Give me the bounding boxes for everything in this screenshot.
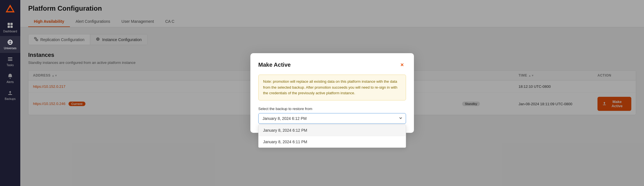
- svg-rect-13: [8, 94, 12, 95]
- sidebar-tasks-label: Tasks: [6, 64, 14, 67]
- svg-rect-9: [8, 57, 12, 58]
- svg-rect-5: [10, 26, 13, 28]
- sidebar-item-universes[interactable]: Universes: [0, 36, 20, 53]
- dropdown-item[interactable]: January 8, 2024 6:11 PM: [259, 136, 406, 147]
- main-content: Platform Configuration High Availability…: [20, 0, 644, 186]
- svg-rect-10: [8, 59, 12, 59]
- backup-select[interactable]: January 8, 2024 6:12 PM: [258, 113, 406, 124]
- modal-overlay: Make Active × Note: promotion will repla…: [20, 0, 644, 186]
- svg-rect-3: [10, 23, 13, 25]
- sidebar: Dashboard Universes Tasks Alerts: [0, 0, 20, 186]
- dashboard-icon: [7, 22, 14, 29]
- sidebar-backups-label: Backups: [5, 97, 16, 101]
- sidebar-item-dashboard[interactable]: Dashboard: [0, 19, 20, 36]
- svg-rect-11: [8, 60, 12, 61]
- svg-point-12: [10, 78, 11, 79]
- modal-header: Make Active ×: [258, 61, 406, 69]
- backup-dropdown-list: January 8, 2024 6:12 PM January 8, 2024 …: [258, 124, 406, 148]
- modal-title: Make Active: [258, 62, 291, 68]
- sidebar-alerts-label: Alerts: [6, 80, 14, 84]
- sidebar-dashboard-label: Dashboard: [3, 30, 17, 33]
- svg-rect-4: [8, 26, 10, 28]
- modal-close-button[interactable]: ×: [398, 61, 406, 69]
- modal-select-label: Select the backup to restore from: [258, 107, 406, 111]
- sidebar-item-alerts[interactable]: Alerts: [0, 70, 20, 87]
- modal-note: Note: promotion will replace all existin…: [258, 75, 406, 100]
- backup-select-wrapper: January 8, 2024 6:12 PM January 8, 2024 …: [258, 113, 406, 124]
- alerts-icon: [7, 73, 14, 79]
- logo: [5, 3, 16, 15]
- modal: Make Active × Note: promotion will repla…: [250, 53, 414, 133]
- sidebar-universes-label: Universes: [4, 47, 16, 50]
- sidebar-item-tasks[interactable]: Tasks: [0, 53, 20, 70]
- sidebar-item-backups[interactable]: Backups: [0, 87, 20, 104]
- dropdown-item[interactable]: January 8, 2024 6:12 PM: [259, 125, 406, 136]
- svg-rect-2: [8, 23, 10, 25]
- tasks-icon: [7, 56, 14, 62]
- backups-icon: [7, 89, 14, 96]
- universes-icon: [7, 39, 14, 46]
